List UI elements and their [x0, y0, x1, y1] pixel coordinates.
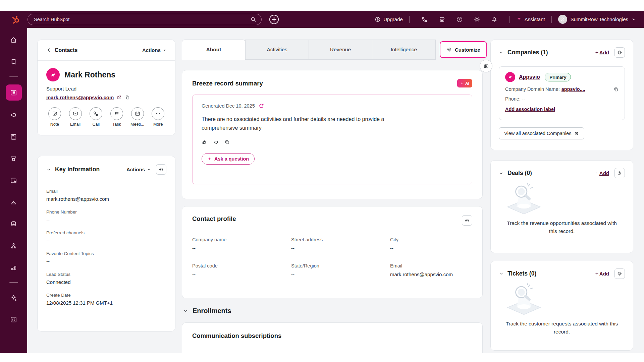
- thumbs-down-icon[interactable]: [213, 139, 219, 145]
- calling-icon[interactable]: [421, 16, 428, 23]
- sidebar-item-contacts[interactable]: [6, 84, 22, 101]
- companies-settings-button[interactable]: [614, 47, 625, 58]
- sidebar-divider: [9, 76, 18, 77]
- field-create-date: Create Date 12/08/2025 12:31 PM GMT+1: [46, 293, 166, 306]
- customize-button[interactable]: Customize: [440, 41, 487, 58]
- notifications-bell-icon[interactable]: [491, 16, 498, 23]
- collapse-chevron-icon[interactable]: [499, 50, 503, 55]
- contact-actions-dropdown[interactable]: Actions: [142, 47, 166, 53]
- domain-value-link[interactable]: appsvio....: [561, 86, 585, 92]
- copy-icon[interactable]: [613, 87, 619, 92]
- appsvio-logo-icon: [507, 74, 513, 80]
- search-input[interactable]: [28, 14, 262, 25]
- tickets-settings-button[interactable]: [614, 268, 625, 279]
- profile-field-email: Email mark.rothens@appsvio.com: [390, 263, 472, 277]
- tab-about[interactable]: About: [182, 40, 246, 60]
- field-phone-number: Phone Number --: [46, 209, 166, 223]
- sidebar-item-home[interactable]: [6, 33, 21, 47]
- workflow-icon: [10, 242, 17, 250]
- copy-icon[interactable]: [125, 95, 130, 100]
- meeting-button[interactable]: Meeti...: [129, 107, 146, 127]
- task-button[interactable]: Task: [108, 107, 125, 127]
- profile-field-postal-code: Postal code --: [192, 263, 291, 277]
- tab-revenue[interactable]: Revenue: [309, 40, 372, 60]
- company-name-link[interactable]: Appsvio: [519, 74, 540, 80]
- sidebar-item-data[interactable]: [6, 217, 21, 231]
- plus-icon: [595, 171, 599, 175]
- sidebar-item-marketing[interactable]: [6, 108, 21, 122]
- megaphone-icon: [10, 111, 17, 119]
- copy-summary-icon[interactable]: [224, 139, 230, 145]
- browser-top-strip: [0, 0, 644, 11]
- field-email: Email mark.rothens@appsvio.com: [46, 189, 166, 202]
- upgrade-button[interactable]: Upgrade: [375, 16, 403, 22]
- ellipsis-icon: [155, 111, 161, 117]
- more-button[interactable]: More: [150, 107, 166, 127]
- collapse-chevron-icon[interactable]: [499, 171, 503, 176]
- gear-icon: [465, 218, 470, 223]
- collapse-chevron-icon[interactable]: [46, 167, 51, 172]
- primary-badge: Primary: [545, 73, 571, 81]
- company-phone: Phone: --: [505, 96, 619, 102]
- settings-gear-icon[interactable]: [474, 16, 480, 23]
- key-info-title: Key information: [55, 166, 100, 173]
- note-button[interactable]: Note: [46, 107, 63, 127]
- profile-field-street-address: Street address --: [291, 237, 390, 251]
- back-to-contacts-link[interactable]: Contacts: [46, 47, 77, 53]
- appsvio-logo-icon: [49, 71, 57, 79]
- chevron-down-icon: [632, 17, 636, 21]
- avatar: [558, 15, 567, 24]
- add-company-link[interactable]: Add: [595, 50, 609, 55]
- marketplace-icon[interactable]: [439, 16, 445, 23]
- deals-empty-text: Track the revenue opportunities associat…: [503, 219, 621, 235]
- enrollments-section-header[interactable]: Enrollments: [183, 307, 231, 315]
- account-name: SummitRow Technologies: [571, 16, 628, 22]
- deals-panel: Deals (0) Add Track the revenue opportun…: [490, 160, 633, 253]
- sidebar-item-sales[interactable]: [6, 151, 21, 166]
- sidebar-item-service[interactable]: [6, 195, 21, 209]
- collapse-panel-button[interactable]: [480, 60, 492, 72]
- contact-header-card: Contacts Actions Mark Rothens Support Le…: [37, 40, 175, 135]
- email-button[interactable]: Email: [67, 107, 84, 127]
- sidebar-item-commerce[interactable]: [6, 173, 21, 188]
- view-all-companies-button[interactable]: View all associated Companies: [499, 127, 584, 139]
- tab-activities[interactable]: Activities: [245, 40, 309, 60]
- deals-settings-button[interactable]: [614, 168, 625, 178]
- help-icon[interactable]: [456, 16, 463, 23]
- sidebar-item-reporting[interactable]: [6, 260, 21, 275]
- contact-email-link[interactable]: mark.rothens@appsvio.com: [46, 95, 114, 100]
- tab-intelligence[interactable]: Intelligence: [372, 40, 436, 60]
- assistant-button[interactable]: Assistant: [516, 16, 545, 22]
- collapse-chevron-icon[interactable]: [499, 272, 503, 276]
- sidebar-item-content[interactable]: [6, 129, 21, 144]
- add-ticket-link[interactable]: Add: [595, 271, 609, 277]
- thumbs-up-icon[interactable]: [202, 139, 207, 145]
- sidebar-item-developer[interactable]: [6, 312, 21, 327]
- regenerate-icon[interactable]: [258, 103, 264, 109]
- navbar-divider: [551, 16, 552, 23]
- bar-chart-icon: [10, 264, 17, 272]
- empty-search-illustration: [499, 283, 549, 316]
- generated-timestamp: Generated Dec 10, 2025: [202, 103, 255, 109]
- ask-a-question-button[interactable]: Ask a question: [202, 153, 255, 165]
- contact-name: Mark Rothens: [64, 70, 115, 79]
- sidebar-item-breeze[interactable]: [6, 290, 21, 305]
- contact-profile-title: Contact profile: [192, 215, 236, 223]
- collapse-chevron-icon: [183, 308, 188, 313]
- hubspot-logo-icon[interactable]: [11, 15, 20, 24]
- key-info-actions-dropdown[interactable]: Actions: [126, 167, 151, 172]
- call-button[interactable]: Call: [88, 107, 104, 127]
- key-info-settings-button[interactable]: [156, 164, 166, 175]
- sidebar-item-bookmarks[interactable]: [6, 54, 21, 69]
- create-button[interactable]: [268, 14, 280, 25]
- tickets-empty-text: Track the customer requests associated w…: [503, 320, 621, 336]
- contact-profile-settings-button[interactable]: [462, 215, 472, 226]
- add-deal-link[interactable]: Add: [595, 170, 609, 176]
- sidebar-item-automations[interactable]: [6, 238, 21, 253]
- global-search[interactable]: [28, 14, 262, 25]
- external-link-icon[interactable]: [117, 95, 122, 100]
- add-association-label-link[interactable]: Add association label: [505, 107, 555, 112]
- sparkle-icon: [460, 82, 464, 85]
- account-menu[interactable]: SummitRow Technologies: [558, 15, 636, 24]
- navbar-right-group: Upgrade Assistant SummitRow Technologies: [375, 15, 636, 24]
